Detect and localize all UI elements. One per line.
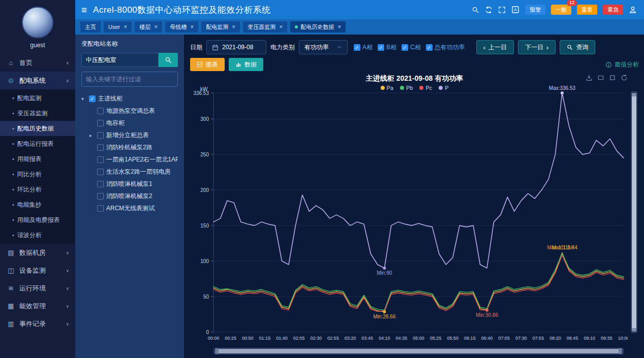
user-icon[interactable] [629, 6, 637, 14]
tree-node[interactable]: 一层南1APE2右一层北1APE1左 [81, 153, 178, 166]
tab[interactable]: 配电监测× [201, 21, 240, 32]
power-type-select[interactable]: 有功功率 [299, 40, 348, 54]
sidebar-subitem[interactable]: •变压器监测 [0, 106, 75, 121]
legend-item-Pa[interactable]: Pa [380, 85, 393, 91]
legend-item-Pc[interactable]: Pc [419, 85, 432, 91]
legend-item-Pb[interactable]: Pb [400, 85, 413, 91]
tree-checkbox[interactable] [97, 120, 104, 126]
station-input[interactable] [81, 53, 159, 67]
horizontal-zoom-slider[interactable] [213, 348, 624, 354]
chart-view-button[interactable]: 图表 [190, 58, 225, 71]
tab[interactable]: 母线槽× [165, 21, 198, 32]
alarm-button[interactable]: 预警 [525, 5, 545, 15]
horizontal-zoom-handle-left[interactable] [215, 348, 219, 354]
sidebar-subitem[interactable]: •用能及电费报表 [0, 212, 75, 227]
sidebar-item[interactable]: ⌂首页∨ [0, 54, 75, 72]
zoom-select-icon[interactable] [597, 74, 604, 81]
checkbox-box[interactable]: ✓ [378, 44, 384, 51]
tree-checkbox[interactable]: ✓ [89, 95, 96, 102]
vertical-zoom-window[interactable] [632, 93, 636, 332]
legend-item-P[interactable]: P [439, 85, 448, 91]
vertical-zoom-handle-top[interactable] [632, 93, 636, 96]
tree-checkbox[interactable] [97, 181, 104, 187]
sidebar-subitem[interactable]: •用能报表 [0, 151, 75, 167]
tree-node[interactable]: 消防喷淋机械泵2 [81, 190, 178, 202]
phase-checkbox[interactable]: ✓C相 [402, 43, 421, 52]
fullscreen-icon[interactable] [498, 6, 506, 14]
data-view-button[interactable]: 数据 [229, 58, 263, 71]
restore-icon[interactable] [609, 74, 616, 81]
tree-node[interactable]: 消防栓机械泵2路 [81, 141, 178, 153]
sidebar-subitem[interactable]: •谐波分析 [0, 227, 75, 243]
tree-node[interactable]: 生活水泵2路一层弱电房 [81, 166, 178, 178]
vertical-zoom-slider[interactable] [631, 91, 637, 333]
tree-checkbox[interactable] [97, 205, 104, 212]
phase-checkbox[interactable]: ✓总有功功率 [426, 43, 465, 52]
tree-checkbox[interactable] [97, 193, 104, 200]
vertical-zoom-handle-bottom[interactable] [632, 328, 636, 332]
close-tab-icon[interactable]: × [154, 23, 158, 30]
tree-checkbox[interactable] [97, 144, 104, 151]
sidebar-item[interactable]: ⊙配电系统∧ [0, 72, 75, 89]
alarm-button[interactable]: 一般12 [551, 5, 571, 15]
filter-input[interactable] [81, 72, 178, 87]
phase-checkbox[interactable]: ✓B相 [378, 43, 396, 52]
tab[interactable]: 变压器监测× [243, 21, 287, 32]
svg-text:08:45: 08:45 [567, 336, 578, 341]
caret-down-icon[interactable]: ▾ [81, 96, 86, 102]
caret-right-icon[interactable]: ▸ [89, 133, 95, 138]
tree-node[interactable]: 电容柜 [81, 117, 178, 129]
tree-node[interactable]: ARCM无线表测试 [81, 202, 178, 214]
tab[interactable]: 配电历史数据× [290, 21, 346, 32]
close-tab-icon[interactable]: × [338, 23, 341, 30]
close-tab-icon[interactable]: × [124, 23, 127, 30]
checkbox-box[interactable]: ✓ [426, 44, 433, 51]
close-tab-icon[interactable]: × [232, 23, 235, 30]
prev-day-button[interactable]: ‹ 上一日 [476, 40, 514, 54]
sidebar-item[interactable]: ▤数据机房∨ [0, 244, 75, 262]
tree-node[interactable]: 地源热泵空调总表 [81, 105, 178, 117]
horizontal-zoom-window[interactable] [215, 349, 622, 353]
alarm-button[interactable]: 重要 [577, 5, 597, 15]
tab[interactable]: User× [104, 21, 132, 32]
sidebar-subitem[interactable]: •环比分析 [0, 182, 75, 197]
tree-checkbox[interactable] [97, 108, 104, 114]
sidebar-item[interactable]: ≋运行环境∨ [0, 279, 75, 297]
search-icon[interactable] [472, 6, 479, 14]
sidebar-subitem[interactable]: •配电历史数据 [0, 121, 75, 136]
font-size-icon[interactable]: A [511, 6, 519, 14]
max-analysis-link[interactable]: 最值分析 [605, 60, 639, 69]
chart-refresh-icon[interactable] [621, 74, 628, 81]
checkbox-box[interactable]: ✓ [402, 44, 408, 51]
tree-node[interactable]: 消防喷淋机械泵1 [81, 178, 178, 190]
tree-checkbox[interactable] [97, 132, 104, 139]
sidebar-subitem[interactable]: •电能集抄 [0, 197, 75, 212]
tab[interactable]: 主页 [80, 21, 101, 32]
phase-checkbox[interactable]: ✓A相 [354, 43, 373, 52]
download-icon[interactable] [586, 74, 593, 81]
tab[interactable]: 楼层× [135, 21, 162, 32]
sidebar-item[interactable]: ◫设备监测∨ [0, 262, 75, 279]
avatar[interactable] [22, 7, 53, 38]
refresh-icon[interactable] [485, 6, 493, 14]
tree-root[interactable]: ▾✓主进线柜 [81, 92, 178, 105]
sidebar-subitem[interactable]: •同比分析 [0, 167, 75, 182]
horizontal-zoom-handle-right[interactable] [619, 348, 622, 354]
menu-toggle-icon[interactable]: ≡ [81, 5, 87, 15]
tree-node[interactable]: ▸新增分立柜总表 [81, 129, 178, 141]
station-search-button[interactable] [159, 53, 178, 67]
tree-checkbox[interactable] [97, 169, 104, 175]
tree-checkbox[interactable] [97, 156, 104, 163]
chart-canvas[interactable]: 050100150200250300336.53kW00:0000:2500:5… [190, 85, 628, 345]
date-input[interactable]: 2021-09-08 [206, 40, 266, 54]
alarm-button[interactable]: 紧急 [603, 5, 623, 15]
sidebar-item[interactable]: ▥事件记录∨ [0, 315, 75, 333]
query-button[interactable]: 查询 [560, 40, 595, 54]
close-tab-icon[interactable]: × [190, 23, 194, 30]
sidebar-subitem[interactable]: •配电运行报表 [0, 136, 75, 151]
next-day-button[interactable]: 下一日 › [518, 40, 556, 54]
close-tab-icon[interactable]: × [279, 23, 283, 30]
sidebar-subitem[interactable]: •配电监测 [0, 90, 75, 106]
sidebar-item[interactable]: ▦能效管理∨ [0, 297, 75, 315]
checkbox-box[interactable]: ✓ [354, 44, 360, 51]
